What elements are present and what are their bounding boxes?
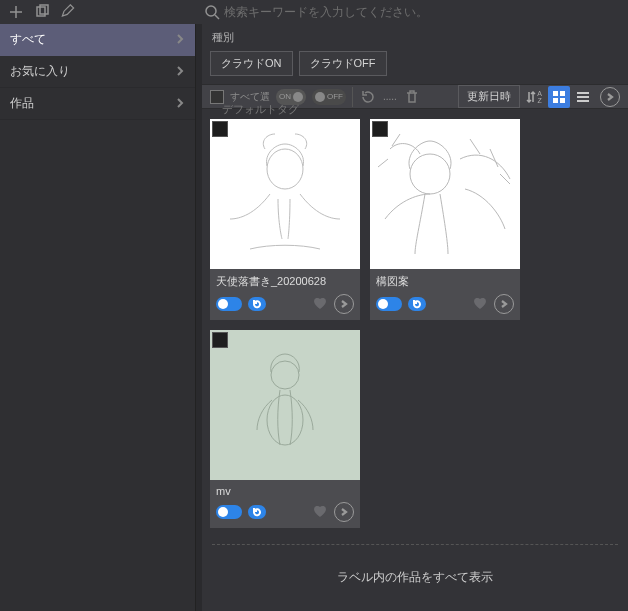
divider bbox=[352, 87, 353, 107]
show-all-link[interactable]: ラベル内の作品をすべて表示 bbox=[202, 551, 628, 611]
card-checkbox[interactable] bbox=[372, 121, 388, 137]
svg-rect-9 bbox=[577, 100, 589, 102]
sync-toggle[interactable] bbox=[216, 505, 242, 519]
card-open[interactable] bbox=[494, 294, 514, 314]
svg-point-2 bbox=[206, 6, 216, 16]
card-open[interactable] bbox=[334, 502, 354, 522]
add-icon[interactable] bbox=[8, 4, 24, 20]
sidebar-item-all[interactable]: すべて bbox=[0, 24, 195, 56]
view-list[interactable] bbox=[572, 86, 594, 108]
filter-section-label: 種別 bbox=[202, 24, 628, 49]
thumbnail[interactable] bbox=[210, 330, 360, 480]
sort-dropdown[interactable]: 更新日時 bbox=[458, 85, 520, 108]
edit-icon[interactable] bbox=[60, 4, 76, 20]
svg-rect-7 bbox=[577, 92, 589, 94]
sync-icon bbox=[408, 297, 426, 311]
favorite-icon[interactable] bbox=[312, 295, 328, 314]
sidebar-item-label: すべて bbox=[10, 31, 46, 48]
sort-direction[interactable]: AZ bbox=[526, 90, 542, 104]
expand-panel[interactable] bbox=[600, 87, 620, 107]
work-card[interactable]: 構図案 bbox=[370, 119, 520, 320]
refresh-icon[interactable] bbox=[359, 88, 377, 106]
duplicate-icon[interactable] bbox=[34, 4, 50, 20]
search-icon[interactable] bbox=[204, 4, 220, 20]
list-toolbar: すべて選 ON OFF ..... 更新日時 AZ bbox=[202, 84, 628, 109]
card-title: 天使落書き_20200628 bbox=[210, 269, 360, 291]
svg-rect-5 bbox=[553, 98, 558, 103]
work-card[interactable]: mv bbox=[210, 330, 360, 528]
select-all-checkbox[interactable] bbox=[210, 90, 224, 104]
svg-point-13 bbox=[267, 395, 303, 445]
select-all-label: すべて選 bbox=[230, 90, 270, 104]
svg-rect-3 bbox=[553, 91, 558, 96]
sync-toggle[interactable] bbox=[376, 297, 402, 311]
svg-rect-8 bbox=[577, 96, 589, 98]
svg-point-10 bbox=[267, 149, 303, 189]
sync-icon bbox=[248, 297, 266, 311]
bulk-toggle-off[interactable]: OFF bbox=[312, 89, 346, 105]
content-pane: 種別 クラウドON クラウドOFF デフォルトタグ すべて選 ON OFF ..… bbox=[202, 24, 628, 611]
works-grid: 天使落書き_20200628 bbox=[202, 109, 628, 538]
favorite-icon[interactable] bbox=[472, 295, 488, 314]
bulk-toggle-on[interactable]: ON bbox=[276, 89, 306, 105]
work-card[interactable]: 天使落書き_20200628 bbox=[210, 119, 360, 320]
thumbnail[interactable] bbox=[370, 119, 520, 269]
sidebar-item-works[interactable]: 作品 bbox=[0, 88, 195, 120]
card-checkbox[interactable] bbox=[212, 332, 228, 348]
filter-cloud-on[interactable]: クラウドON bbox=[210, 51, 293, 76]
svg-point-11 bbox=[410, 154, 450, 194]
sidebar-item-label: 作品 bbox=[10, 95, 34, 112]
thumbnail[interactable] bbox=[210, 119, 360, 269]
card-title: 構図案 bbox=[370, 269, 520, 291]
sidebar: すべて お気に入り 作品 bbox=[0, 24, 196, 611]
ellipsis: ..... bbox=[383, 91, 397, 102]
sync-icon bbox=[248, 505, 266, 519]
sidebar-item-label: お気に入り bbox=[10, 63, 70, 80]
top-toolbar bbox=[0, 0, 628, 24]
sidebar-item-favorites[interactable]: お気に入り bbox=[0, 56, 195, 88]
search-input[interactable] bbox=[224, 5, 624, 19]
favorite-icon[interactable] bbox=[312, 503, 328, 522]
chevron-right-icon bbox=[175, 97, 185, 111]
divider bbox=[212, 544, 618, 545]
svg-rect-6 bbox=[560, 98, 565, 103]
card-title: mv bbox=[210, 480, 360, 499]
svg-point-12 bbox=[271, 361, 299, 389]
chevron-right-icon bbox=[175, 65, 185, 79]
card-checkbox[interactable] bbox=[212, 121, 228, 137]
trash-icon[interactable] bbox=[403, 88, 421, 106]
sync-toggle[interactable] bbox=[216, 297, 242, 311]
view-grid[interactable] bbox=[548, 86, 570, 108]
filter-cloud-off[interactable]: クラウドOFF bbox=[299, 51, 387, 76]
chevron-right-icon bbox=[175, 33, 185, 47]
svg-rect-4 bbox=[560, 91, 565, 96]
card-open[interactable] bbox=[334, 294, 354, 314]
